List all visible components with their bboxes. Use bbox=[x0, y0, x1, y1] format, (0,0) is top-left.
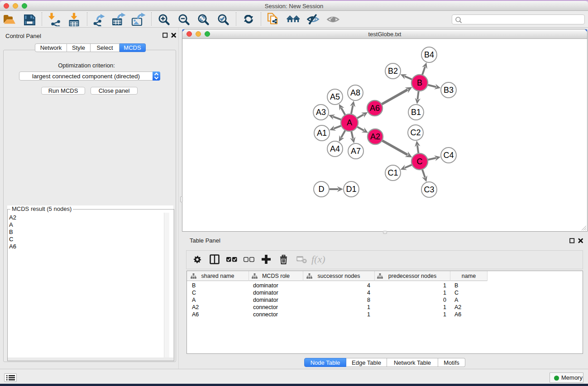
svg-text:A2: A2 bbox=[370, 132, 380, 141]
svg-text:B2: B2 bbox=[388, 67, 398, 76]
svg-text:D: D bbox=[319, 185, 325, 194]
svg-text:A: A bbox=[347, 118, 352, 127]
svg-text:A7: A7 bbox=[351, 147, 361, 156]
svg-text:A1: A1 bbox=[317, 129, 327, 138]
svg-text:B3: B3 bbox=[444, 86, 454, 95]
svg-text:A4: A4 bbox=[330, 144, 340, 153]
svg-text:B1: B1 bbox=[411, 108, 421, 117]
svg-text:A3: A3 bbox=[316, 108, 326, 117]
svg-text:A8: A8 bbox=[350, 88, 360, 97]
svg-text:A5: A5 bbox=[330, 92, 340, 101]
svg-text:A6: A6 bbox=[370, 104, 380, 113]
svg-text:D1: D1 bbox=[346, 185, 356, 194]
svg-text:C2: C2 bbox=[410, 128, 421, 137]
svg-text:C: C bbox=[417, 157, 423, 166]
svg-text:B: B bbox=[417, 78, 422, 87]
svg-text:C3: C3 bbox=[424, 185, 434, 194]
svg-text:C4: C4 bbox=[443, 151, 454, 160]
svg-text:B4: B4 bbox=[424, 50, 434, 59]
svg-text:C1: C1 bbox=[387, 168, 398, 177]
